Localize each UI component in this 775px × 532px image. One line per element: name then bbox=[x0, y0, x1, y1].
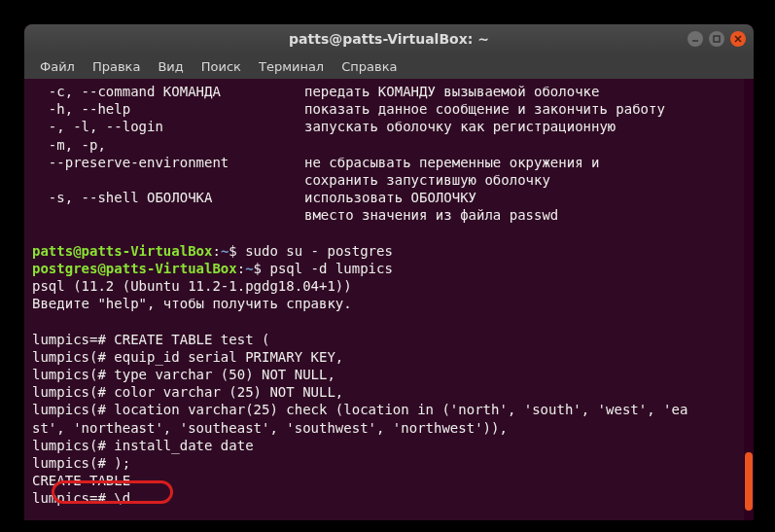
help-opt: -s, --shell ОБОЛОЧКА bbox=[32, 189, 304, 206]
titlebar: patts@patts-VirtualBox: ~ bbox=[24, 24, 754, 53]
psql-prompt: lumpics(# bbox=[32, 438, 114, 453]
psql-prompt: lumpics(# bbox=[32, 367, 114, 382]
psql-hint: Введите "help", чтобы получить справку. bbox=[32, 295, 746, 312]
psql-version: psql (11.2 (Ubuntu 11.2-1.pgdg18.04+1)) bbox=[32, 277, 746, 295]
menu-help[interactable]: Справка bbox=[334, 57, 405, 76]
menu-file[interactable]: Файл bbox=[32, 57, 83, 76]
sql-result: CREATE TABLE bbox=[32, 472, 746, 489]
scrollbar[interactable] bbox=[744, 79, 754, 520]
maximize-button[interactable] bbox=[709, 31, 724, 47]
prompt-sym: $ bbox=[229, 243, 245, 259]
menu-search[interactable]: Поиск bbox=[194, 57, 249, 76]
psql-prompt: lumpics=# bbox=[32, 490, 114, 506]
svg-rect-1 bbox=[714, 36, 720, 42]
prompt-sep: : bbox=[237, 261, 245, 276]
sql-text: install_date date bbox=[114, 438, 253, 453]
psql-prompt: lumpics(# bbox=[32, 455, 114, 471]
maximize-icon bbox=[713, 35, 721, 43]
minimize-icon bbox=[691, 35, 699, 43]
command-text: sudo su - postgres bbox=[245, 243, 393, 259]
close-icon bbox=[734, 35, 742, 43]
sql-text: color varchar (25) NOT NULL, bbox=[114, 384, 343, 400]
sql-text: st', 'northeast', 'southeast', 'southwes… bbox=[32, 419, 746, 437]
prompt-user: patts@patts-VirtualBox bbox=[32, 243, 212, 259]
psql-prompt: lumpics=# bbox=[32, 332, 114, 347]
prompt-sep: : bbox=[212, 243, 220, 259]
help-opt: -h, --help bbox=[32, 100, 304, 118]
prompt-sym: $ bbox=[254, 261, 270, 276]
menu-edit[interactable]: Правка bbox=[85, 57, 148, 76]
psql-prompt: lumpics(# bbox=[32, 349, 114, 365]
prompt-path: ~ bbox=[245, 261, 253, 276]
minimize-button[interactable] bbox=[687, 31, 703, 47]
help-desc: передать КОМАНДУ вызываемой оболочке bbox=[304, 84, 599, 99]
sql-text: equip_id serial PRIMARY KEY, bbox=[114, 349, 343, 365]
menubar: Файл Правка Вид Поиск Терминал Справка bbox=[24, 53, 754, 79]
help-desc: не сбрасывать переменные окружения и bbox=[304, 155, 599, 170]
sql-text: location varchar(25) check (location in … bbox=[114, 402, 687, 417]
terminal-output[interactable]: -c, --command КОМАНДАпередать КОМАНДУ вы… bbox=[24, 79, 754, 520]
psql-prompt: lumpics(# bbox=[32, 384, 114, 400]
help-opt: --preserve-environment bbox=[32, 154, 304, 171]
help-opt: -c, --command КОМАНДА bbox=[32, 83, 304, 100]
sql-text: ); bbox=[114, 455, 130, 471]
help-desc: показать данное сообщение и закончить ра… bbox=[304, 101, 665, 117]
menu-view[interactable]: Вид bbox=[150, 57, 191, 76]
scrollbar-thumb[interactable] bbox=[745, 452, 753, 511]
help-desc: запускать оболочку как регистрационную bbox=[304, 119, 616, 134]
help-desc: сохранить запустившую оболочку bbox=[304, 172, 550, 188]
terminal-window: patts@patts-VirtualBox: ~ Файл Правка Ви… bbox=[24, 24, 754, 520]
sql-text: CREATE TABLE test ( bbox=[114, 332, 269, 347]
prompt-user: postgres@patts-VirtualBox bbox=[32, 261, 237, 276]
menu-terminal[interactable]: Терминал bbox=[251, 57, 332, 76]
psql-command: \d bbox=[114, 490, 130, 506]
help-desc: вместо значения из файла passwd bbox=[304, 207, 558, 223]
window-title: patts@patts-VirtualBox: ~ bbox=[289, 31, 489, 47]
close-button[interactable] bbox=[730, 31, 746, 47]
sql-text: type varchar (50) NOT NULL, bbox=[114, 367, 335, 382]
help-opt: -, -l, --login bbox=[32, 118, 304, 135]
command-text: psql -d lumpics bbox=[269, 261, 392, 276]
window-controls bbox=[687, 31, 746, 47]
help-opt: -m, -p, bbox=[32, 136, 304, 154]
psql-prompt: lumpics(# bbox=[32, 402, 114, 417]
help-desc: использовать ОБОЛОЧКУ bbox=[304, 190, 476, 205]
